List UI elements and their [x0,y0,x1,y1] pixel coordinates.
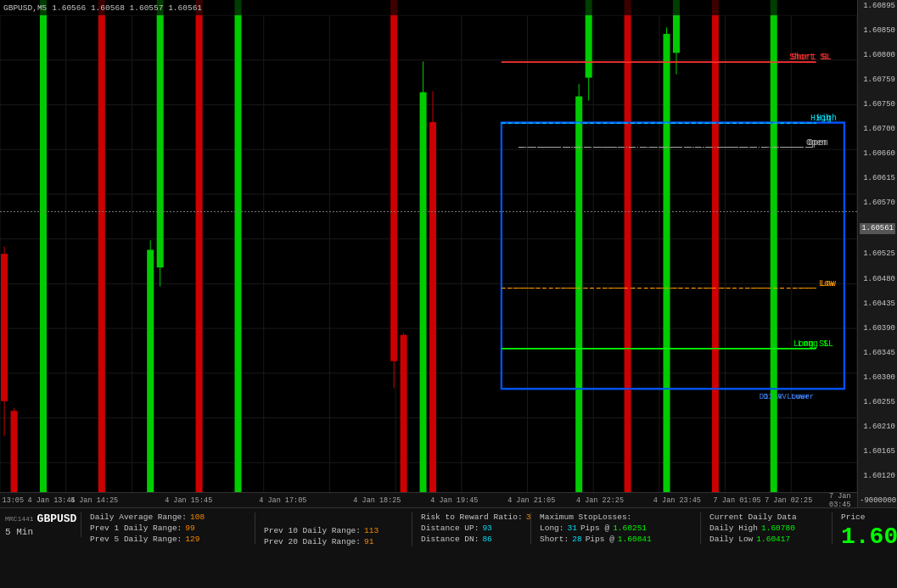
chart-area: GBPUSD,M5 1.60566 1.60568 1.60557 1.6056… [0,0,857,507]
price-tick: 1.60210 [860,423,895,432]
price-tick: 1.60800 [860,51,895,60]
x-label: 4 Jan 23:45 [653,496,701,505]
prev10-label: Prev 10 Daily Range: [264,526,361,535]
prev10-value: 113 [364,526,378,535]
symbol-timeframe: GBPUSD,M5 [3,3,47,13]
x-label: 4 Jan 15:45 [165,496,212,505]
price-tick: 1.60759 [860,76,895,85]
daily-avg-range-value: 108 [190,512,205,522]
symbol-name: GBPUSD [37,512,77,525]
price-tick: 1.60255 [860,398,895,407]
current-price: 1.60561 [841,524,897,550]
price-header-label: Price [841,512,866,522]
current-daily-section: Current Daily Data Daily High 1.60780 Da… [709,512,833,544]
price-tick: 1.60850 [860,26,895,36]
daily-low-label: Daily Low [709,535,753,544]
distance-dn-value: 86 [482,535,491,544]
x-label: 7 Jan 02:25 [765,496,812,505]
price-tick: 1.60615 [860,174,895,183]
timeframe: 5 Min [5,527,33,537]
short-value: 28 [572,535,581,544]
price-section: Price 1.60561 [841,512,897,550]
x-label: 4 Jan 22:25 [576,496,624,505]
price-tick: 1.60390 [860,324,895,333]
prev20-value: 91 [364,537,373,546]
x-label: 7 Jan 01:05 [714,496,761,505]
long-label: Long: [540,524,564,533]
x-axis-labels: 4 Jan 13:054 Jan 13:454 Jan 14:254 Jan 1… [0,492,857,507]
long-pips-label: Pips @ [580,524,609,533]
max-sl-label: Maximum StopLosses: [540,512,631,522]
long-pips-value: 1.60251 [613,524,647,533]
price-tick: 1.60561 [860,223,895,234]
risk-reward-value: 3 [526,512,531,522]
price-tick: 1.60300 [860,373,895,383]
price-tick: 1.60895 [860,2,895,11]
price-tick: 1.60120 [860,472,895,481]
daily-avg-range-label: Daily Average Range: [90,512,187,522]
x-label: 4 Jan 18:25 [353,496,401,505]
prev5-label: Prev 5 Daily Range: [90,535,182,544]
price-tick: 1.60165 [860,447,895,456]
price-tick: 1.60345 [860,349,895,358]
x-label: 7 Jan 03:45 [829,492,851,509]
x-label: 4 Jan 13:45 [28,496,76,505]
chart-header: GBPUSD,M5 1.60566 1.60568 1.60557 1.6056… [0,0,857,15]
risk-reward-label: Risk to Reward Ratio: [421,512,523,522]
stoploss-section: Maximum StopLosses: Long: 31 Pips @ 1.60… [540,512,701,544]
price-tick: 1.60480 [860,275,895,284]
prev1-value: 99 [185,524,194,533]
prev20-label: Prev 20 Daily Range: [264,537,361,546]
ohlc-values: 1.60566 1.60568 1.60557 1.60561 [52,3,202,13]
price-tick: 1.60570 [860,199,895,208]
long-value: 31 [568,524,577,533]
distance-up-label: Distance UP: [421,524,479,533]
risk-reward-section: Risk to Reward Ratio: 3 Distance UP: 93 … [421,512,531,544]
distance-dn-label: Distance DN: [421,535,479,544]
daily-high-value: 1.60780 [761,524,795,533]
short-label: Short: [540,535,569,544]
daily-high-label: Daily High [709,524,758,533]
price-tick: 1.60660 [860,149,895,159]
price-tick: 1.60435 [860,300,895,309]
x-label: 4 Jan 14:25 [70,496,118,505]
x-label: 4 Jan 21:05 [507,496,555,505]
price-tick: 1.60750 [860,100,895,109]
x-label: 4 Jan 19:45 [430,496,478,505]
short-pips-label: Pips @ [586,535,614,544]
x-label: 4 Jan 17:05 [259,496,306,505]
price-axis: 1.608951.608501.608001.607591.607501.607… [857,0,897,507]
prev1-label: Prev 1 Daily Range: [90,524,182,533]
price-chart [0,0,857,507]
symbol-section: MRC1441 GBPUSD 5 Min [5,512,81,537]
price-tick: -9000000 [860,496,895,506]
x-label: 4 Jan 13:05 [0,496,24,505]
indicator-id: MRC1441 [5,515,34,523]
daily-low-value: 1.60417 [756,535,790,544]
distance-up-value: 93 [482,524,491,533]
more-ranges-section: Prev 10 Daily Range: 113 Prev 20 Daily R… [264,512,412,546]
info-bar: MRC1441 GBPUSD 5 Min Daily Average Range… [0,507,897,588]
prev5-value: 129 [185,535,199,544]
price-tick: 1.60525 [860,249,895,259]
price-tick: 1.60700 [860,125,895,134]
ranges-section: Daily Average Range: 108 Prev 1 Daily Ra… [90,512,255,544]
current-daily-label: Current Daily Data [709,512,797,522]
short-pips-value: 1.60841 [618,535,652,544]
